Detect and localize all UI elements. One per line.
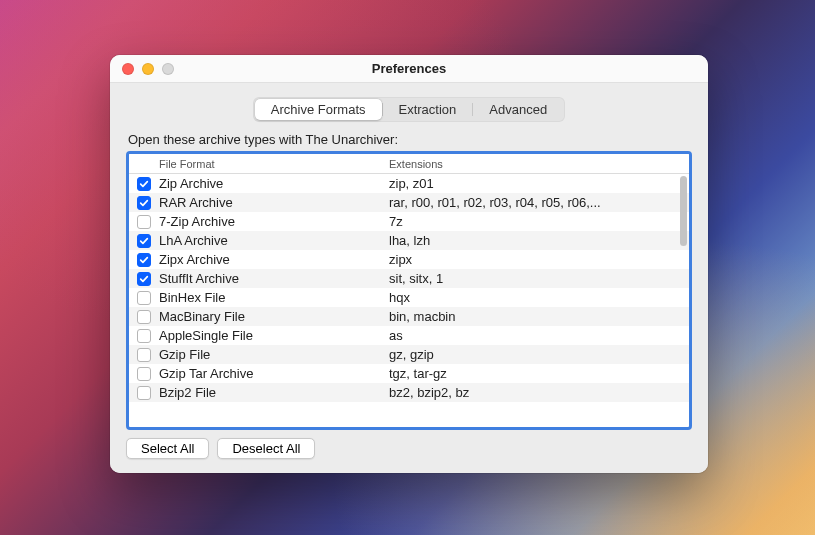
bottom-buttons: Select All Deselect All <box>126 438 692 459</box>
format-name: 7-Zip Archive <box>159 214 389 229</box>
column-header-extensions[interactable]: Extensions <box>389 158 689 170</box>
format-name: AppleSingle File <box>159 328 389 343</box>
table-row[interactable]: Gzip Tar Archivetgz, tar-gz <box>129 364 689 383</box>
table-row[interactable]: Zipx Archivezipx <box>129 250 689 269</box>
button-label: Deselect All <box>232 441 300 456</box>
format-name: StuffIt Archive <box>159 271 389 286</box>
tabs-segmented-control: Archive Formats Extraction Advanced <box>253 97 565 122</box>
minimize-icon[interactable] <box>142 63 154 75</box>
format-extensions: zipx <box>389 252 681 267</box>
window-title: Preferences <box>110 61 708 76</box>
formats-table: File Format Extensions Zip Archivezip, z… <box>126 151 692 430</box>
select-all-button[interactable]: Select All <box>126 438 209 459</box>
format-checkbox[interactable] <box>137 234 151 248</box>
tab-label: Extraction <box>399 102 457 117</box>
table-row[interactable]: MacBinary Filebin, macbin <box>129 307 689 326</box>
format-extensions: zip, z01 <box>389 176 681 191</box>
checkbox-cell <box>129 215 159 229</box>
format-checkbox[interactable] <box>137 291 151 305</box>
content-area: Archive Formats Extraction Advanced Open… <box>110 83 708 473</box>
deselect-all-button[interactable]: Deselect All <box>217 438 315 459</box>
format-checkbox[interactable] <box>137 215 151 229</box>
format-name: LhA Archive <box>159 233 389 248</box>
checkbox-cell <box>129 367 159 381</box>
format-name: Bzip2 File <box>159 385 389 400</box>
format-checkbox[interactable] <box>137 329 151 343</box>
format-extensions: bin, macbin <box>389 309 681 324</box>
zoom-icon <box>162 63 174 75</box>
format-name: RAR Archive <box>159 195 389 210</box>
format-name: MacBinary File <box>159 309 389 324</box>
column-header-format[interactable]: File Format <box>159 158 389 170</box>
titlebar: Preferences <box>110 55 708 83</box>
format-extensions: sit, sitx, 1 <box>389 271 681 286</box>
tab-label: Archive Formats <box>271 102 366 117</box>
scrollbar-thumb[interactable] <box>680 176 687 246</box>
button-label: Select All <box>141 441 194 456</box>
format-extensions: 7z <box>389 214 681 229</box>
format-checkbox[interactable] <box>137 367 151 381</box>
instruction-label: Open these archive types with The Unarch… <box>126 132 692 147</box>
checkbox-cell <box>129 234 159 248</box>
format-checkbox[interactable] <box>137 348 151 362</box>
tabs-row: Archive Formats Extraction Advanced <box>126 97 692 122</box>
table-row[interactable]: StuffIt Archivesit, sitx, 1 <box>129 269 689 288</box>
format-extensions: gz, gzip <box>389 347 681 362</box>
checkbox-cell <box>129 291 159 305</box>
table-row[interactable]: AppleSingle Fileas <box>129 326 689 345</box>
table-row[interactable]: BinHex Filehqx <box>129 288 689 307</box>
checkbox-cell <box>129 196 159 210</box>
format-extensions: rar, r00, r01, r02, r03, r04, r05, r06,.… <box>389 195 681 210</box>
table-header: File Format Extensions <box>129 154 689 174</box>
format-name: Zip Archive <box>159 176 389 191</box>
table-row[interactable]: Bzip2 Filebz2, bzip2, bz <box>129 383 689 402</box>
checkbox-cell <box>129 272 159 286</box>
format-extensions: lha, lzh <box>389 233 681 248</box>
checkbox-cell <box>129 386 159 400</box>
tab-label: Advanced <box>489 102 547 117</box>
checkbox-cell <box>129 348 159 362</box>
format-checkbox[interactable] <box>137 386 151 400</box>
format-extensions: as <box>389 328 681 343</box>
checkbox-cell <box>129 177 159 191</box>
table-row[interactable]: Zip Archivezip, z01 <box>129 174 689 193</box>
checkbox-cell <box>129 253 159 267</box>
traffic-lights <box>110 63 174 75</box>
format-checkbox[interactable] <box>137 177 151 191</box>
table-row[interactable]: Gzip Filegz, gzip <box>129 345 689 364</box>
format-checkbox[interactable] <box>137 310 151 324</box>
tab-extraction[interactable]: Extraction <box>383 99 473 120</box>
tab-archive-formats[interactable]: Archive Formats <box>255 99 382 120</box>
format-extensions: hqx <box>389 290 681 305</box>
table-row[interactable]: RAR Archiverar, r00, r01, r02, r03, r04,… <box>129 193 689 212</box>
checkbox-cell <box>129 329 159 343</box>
format-extensions: tgz, tar-gz <box>389 366 681 381</box>
tab-advanced[interactable]: Advanced <box>473 99 563 120</box>
close-icon[interactable] <box>122 63 134 75</box>
format-checkbox[interactable] <box>137 272 151 286</box>
format-extensions: bz2, bzip2, bz <box>389 385 681 400</box>
table-row[interactable]: 7-Zip Archive7z <box>129 212 689 231</box>
format-name: Gzip Tar Archive <box>159 366 389 381</box>
format-name: Zipx Archive <box>159 252 389 267</box>
preferences-window: Preferences Archive Formats Extraction A… <box>110 55 708 473</box>
table-row[interactable]: LhA Archivelha, lzh <box>129 231 689 250</box>
format-checkbox[interactable] <box>137 253 151 267</box>
format-checkbox[interactable] <box>137 196 151 210</box>
format-name: BinHex File <box>159 290 389 305</box>
format-name: Gzip File <box>159 347 389 362</box>
checkbox-cell <box>129 310 159 324</box>
